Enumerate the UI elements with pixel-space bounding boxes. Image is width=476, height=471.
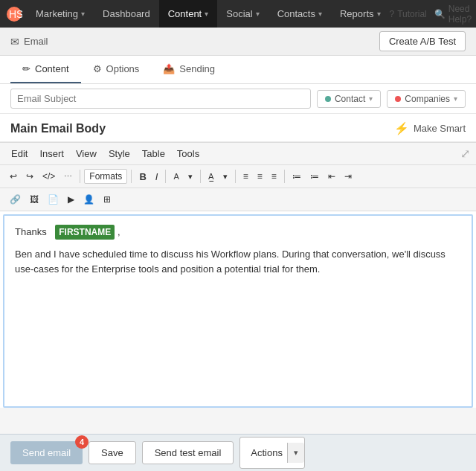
send-icon: 📤 [163, 63, 175, 74]
italic-button[interactable]: I [152, 167, 162, 185]
hubspot-logo: HS [6, 6, 22, 22]
pencil-icon: ✏ [22, 63, 30, 74]
formats-dropdown[interactable]: Formats [84, 169, 127, 184]
chevron-down-icon: ▾ [81, 10, 85, 18]
tabs-bar: ✏ Content ⚙ Options 📤 Sending [0, 56, 476, 84]
companies-tag-button[interactable]: Companies ▾ [387, 90, 466, 108]
send-test-email-button[interactable]: Send test email [142, 441, 234, 464]
person-button[interactable]: 👤 [80, 190, 98, 208]
editor-content[interactable]: Thanks FIRSTNAME , Ben and I have schedu… [3, 214, 473, 408]
tokens-button[interactable]: ⋯ [60, 167, 76, 185]
chevron-down-icon: ▾ [369, 94, 373, 103]
content-line-1: Thanks FIRSTNAME , [15, 225, 461, 240]
save-button[interactable]: Save [89, 441, 136, 464]
content-thanks-text: Thanks [15, 226, 47, 237]
image-button[interactable]: 🖼 [26, 190, 42, 208]
outdent-button[interactable]: ⇤ [324, 167, 339, 185]
editor-menu-bar: Edit Insert View Style Table Tools ⤢ [0, 143, 476, 165]
nav-item-dashboard[interactable]: Dashboard [94, 0, 159, 28]
expand-editor-icon[interactable]: ⤢ [460, 147, 470, 161]
chevron-down-icon: ▾ [256, 10, 260, 18]
nav-item-social[interactable]: Social ▾ [217, 0, 268, 28]
font-color-button[interactable]: A [170, 167, 182, 185]
nav-item-marketing[interactable]: Marketing ▾ [27, 0, 94, 28]
editor-toolbar-row1: ↩ ↪ </> ⋯ Formats B I A ▾ A̲ ▾ ≡ ≡ ≡ ≔ ≔… [0, 165, 476, 188]
notification-badge: 4 [75, 435, 89, 449]
actions-caret-icon[interactable]: ▾ [287, 443, 304, 463]
actions-button[interactable]: Actions ▾ [239, 437, 305, 469]
menu-style[interactable]: Style [103, 146, 135, 161]
sub-header: ✉ Email Create A/B Test [0, 28, 476, 56]
align-left-button[interactable]: ≡ [239, 167, 252, 185]
chevron-down-icon: ▾ [318, 10, 322, 18]
background-color-caret[interactable]: ▾ [219, 167, 231, 185]
menu-table[interactable]: Table [137, 146, 170, 161]
editor-toolbar-row2: 🔗 🖼 📄 ▶ 👤 ⊞ [0, 188, 476, 211]
subject-row: Contact ▾ Companies ▾ [0, 84, 476, 114]
email-icon: ✉ [10, 36, 19, 48]
chevron-down-icon: ▾ [454, 94, 457, 103]
bold-button[interactable]: B [135, 167, 149, 185]
editor-wrapper: Edit Insert View Style Table Tools ⤢ ↩ ↪… [0, 142, 476, 408]
bullet-list-button[interactable]: ≔ [289, 167, 305, 185]
ordered-list-button[interactable]: ≔ [306, 167, 323, 185]
make-smart-button[interactable]: ⚡ Make Smart [394, 121, 466, 135]
tab-sending[interactable]: 📤 Sending [151, 56, 227, 83]
token-button[interactable]: ⊞ [100, 190, 115, 208]
indent-button[interactable]: ⇥ [341, 167, 356, 185]
svg-text:HS: HS [9, 8, 22, 20]
nav-item-contacts[interactable]: Contacts ▾ [268, 0, 331, 28]
top-nav: HS Marketing ▾ Dashboard Content ▾ Socia… [0, 0, 476, 28]
nav-item-reports[interactable]: Reports ▾ [331, 0, 390, 28]
breadcrumb: ✉ Email [10, 36, 48, 48]
menu-edit[interactable]: Edit [6, 146, 33, 161]
align-center-button[interactable]: ≡ [254, 167, 266, 185]
email-subject-input[interactable] [10, 89, 311, 109]
need-help-link[interactable]: 🔍 Need Help? [434, 4, 472, 25]
undo-button[interactable]: ↩ [6, 167, 21, 185]
search-icon: 🔍 [434, 9, 446, 19]
smart-icon: ⚡ [394, 121, 409, 135]
chevron-down-icon: ▾ [205, 10, 208, 18]
send-email-button[interactable]: Send email 4 [10, 441, 83, 464]
menu-tools[interactable]: Tools [172, 146, 205, 161]
text-highlight-button[interactable]: ▾ [184, 167, 196, 185]
gear-icon: ⚙ [93, 63, 102, 74]
contact-tag-button[interactable]: Contact ▾ [317, 90, 381, 108]
menu-view[interactable]: View [71, 146, 102, 161]
contact-dot-icon [325, 96, 331, 102]
companies-dot-icon [395, 96, 401, 102]
chevron-down-icon: ▾ [377, 10, 381, 18]
link-button[interactable]: 🔗 [6, 190, 25, 208]
nav-item-content[interactable]: Content ▾ [159, 0, 218, 28]
bottom-bar: Send email 4 Save Send test email Action… [0, 434, 476, 471]
tab-content[interactable]: ✏ Content [10, 56, 81, 83]
create-ab-test-button[interactable]: Create A/B Test [379, 31, 466, 51]
align-right-button[interactable]: ≡ [268, 167, 280, 185]
content-line-2: Ben and I have scheduled time to discuss… [15, 247, 461, 276]
firstname-badge: FIRSTNAME [55, 225, 115, 240]
menu-insert[interactable]: Insert [34, 146, 69, 161]
email-body-header: Main Email Body ⚡ Make Smart [0, 114, 476, 142]
source-button[interactable]: </> [39, 167, 59, 185]
email-body-title: Main Email Body [10, 122, 106, 135]
tab-options[interactable]: ⚙ Options [81, 56, 152, 83]
question-icon: ? [390, 9, 395, 19]
media-button[interactable]: ▶ [64, 190, 78, 208]
tutorial-link[interactable]: ? Tutorial [390, 9, 427, 19]
background-color-button[interactable]: A̲ [205, 167, 218, 185]
redo-button[interactable]: ↪ [22, 167, 37, 185]
file-button[interactable]: 📄 [44, 190, 62, 208]
